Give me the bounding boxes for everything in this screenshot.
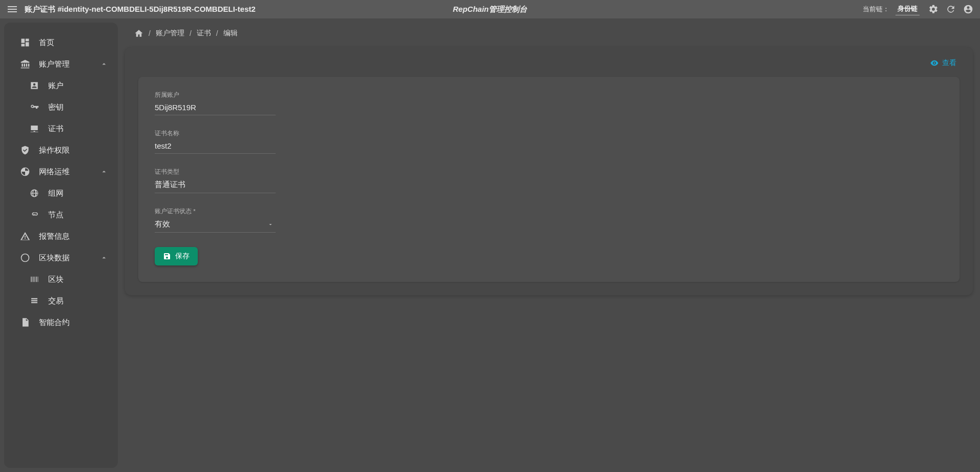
dropdown-arrow-icon — [267, 220, 275, 228]
settings-icon[interactable] — [928, 4, 939, 15]
warning-icon — [19, 231, 31, 242]
field-owner-label: 所属账户 — [155, 91, 276, 99]
save-icon — [163, 252, 171, 260]
sidebar-item-label: 账户管理 — [39, 59, 70, 69]
bank-icon — [19, 58, 31, 70]
breadcrumb-separator: / — [190, 29, 192, 37]
eye-icon — [930, 58, 939, 68]
chevron-up-icon — [99, 59, 109, 69]
sidebar-item-label: 首页 — [39, 38, 54, 48]
field-name: 证书名称 test2 — [155, 130, 276, 154]
circle-outline-icon — [19, 252, 31, 263]
field-name-value[interactable]: test2 — [155, 140, 276, 154]
sidebar-item-cert[interactable]: 证书 — [4, 118, 118, 139]
shield-icon — [19, 145, 31, 156]
sidebar-item-home[interactable]: 首页 — [4, 32, 118, 53]
sidebar-item-account-mgmt[interactable]: 账户管理 — [4, 53, 118, 75]
breadcrumb-separator: / — [216, 29, 218, 37]
sidebar-item-contract[interactable]: 智能合约 — [4, 312, 118, 333]
sidebar-item-label: 区块 — [48, 275, 64, 284]
sidebar-item-label: 操作权限 — [39, 146, 70, 155]
field-status: 账户证书状态 * 有效 — [155, 208, 276, 233]
sidebar-item-account[interactable]: 账户 — [4, 75, 118, 96]
breadcrumb-separator: / — [149, 29, 151, 37]
sidebar-item-label: 交易 — [48, 296, 64, 306]
list-icon — [29, 295, 40, 306]
home-icon[interactable] — [134, 29, 143, 38]
document-icon — [19, 317, 31, 328]
field-name-label: 证书名称 — [155, 130, 276, 137]
sidebar-item-label: 账户 — [48, 81, 64, 91]
field-status-select[interactable]: 有效 — [155, 218, 276, 233]
sidebar-item-label: 证书 — [48, 124, 64, 134]
sidebar-item-networking[interactable]: 组网 — [4, 182, 118, 204]
sidebar-item-label: 密钥 — [48, 102, 64, 112]
account-icon[interactable] — [963, 4, 974, 15]
view-button[interactable]: 查看 — [930, 58, 956, 68]
chevron-up-icon — [99, 253, 109, 262]
breadcrumb: / 账户管理 / 证书 / 编辑 — [125, 24, 973, 47]
key-icon — [29, 101, 40, 113]
field-type-label: 证书类型 — [155, 168, 276, 176]
link-icon — [29, 209, 40, 220]
chevron-up-icon — [99, 167, 109, 176]
menu-icon[interactable] — [6, 3, 18, 15]
dashboard-icon — [19, 37, 31, 48]
account-box-icon — [29, 80, 40, 91]
sidebar-item-label: 智能合约 — [39, 318, 70, 327]
main-content: / 账户管理 / 证书 / 编辑 查看 所属账户 5Dij8R519R 证书 — [118, 18, 980, 472]
sidebar-item-block[interactable]: 区块 — [4, 269, 118, 290]
display-icon — [29, 123, 40, 134]
sidebar-item-alarm[interactable]: 报警信息 — [4, 225, 118, 247]
sidebar: 首页 账户管理 账户 密钥 证书 操作权限 网络运维 — [4, 23, 118, 468]
page-title: 账户证书 #identity-net-COMBDELI-5Dij8R519R-C… — [25, 5, 256, 14]
sidebar-item-label: 网络运维 — [39, 167, 70, 177]
barcode-icon — [29, 274, 40, 285]
field-type-value[interactable]: 普通证书 — [155, 179, 276, 193]
field-owner: 所属账户 5Dij8R519R — [155, 91, 276, 115]
view-button-label: 查看 — [942, 58, 956, 68]
save-button[interactable]: 保存 — [155, 247, 198, 265]
save-button-label: 保存 — [175, 252, 190, 261]
refresh-icon[interactable] — [945, 4, 956, 15]
sidebar-item-label: 报警信息 — [39, 232, 70, 241]
globe-icon — [29, 188, 40, 199]
field-status-value: 有效 — [155, 219, 170, 228]
app-bar: 账户证书 #identity-net-COMBDELI-5Dij8R519R-C… — [0, 0, 980, 18]
breadcrumb-account-mgmt[interactable]: 账户管理 — [156, 29, 184, 38]
field-status-label: 账户证书状态 * — [155, 208, 276, 215]
sidebar-item-label: 区块数据 — [39, 253, 70, 263]
edit-card: 查看 所属账户 5Dij8R519R 证书名称 test2 证书类型 普通证书 — [125, 47, 973, 295]
sidebar-item-block-data[interactable]: 区块数据 — [4, 247, 118, 269]
sidebar-item-node[interactable]: 节点 — [4, 204, 118, 225]
sidebar-item-key[interactable]: 密钥 — [4, 96, 118, 118]
breadcrumb-cert[interactable]: 证书 — [197, 29, 211, 38]
sidebar-item-net-ops[interactable]: 网络运维 — [4, 161, 118, 182]
sidebar-item-label: 组网 — [48, 189, 64, 198]
form-body: 所属账户 5Dij8R519R 证书名称 test2 证书类型 普通证书 账户证… — [138, 77, 960, 282]
current-chain-value: 身份链 — [898, 5, 918, 12]
sidebar-item-op-perm[interactable]: 操作权限 — [4, 139, 118, 161]
field-owner-value[interactable]: 5Dij8R519R — [155, 102, 276, 115]
breadcrumb-edit: 编辑 — [223, 29, 238, 38]
current-chain-select[interactable]: 身份链 — [895, 4, 920, 15]
app-brand-title: RepChain管理控制台 — [453, 5, 527, 14]
current-chain-label: 当前链： — [863, 5, 889, 14]
radar-icon — [19, 166, 31, 177]
sidebar-item-tx[interactable]: 交易 — [4, 290, 118, 312]
sidebar-item-label: 节点 — [48, 210, 64, 220]
field-type: 证书类型 普通证书 — [155, 168, 276, 193]
